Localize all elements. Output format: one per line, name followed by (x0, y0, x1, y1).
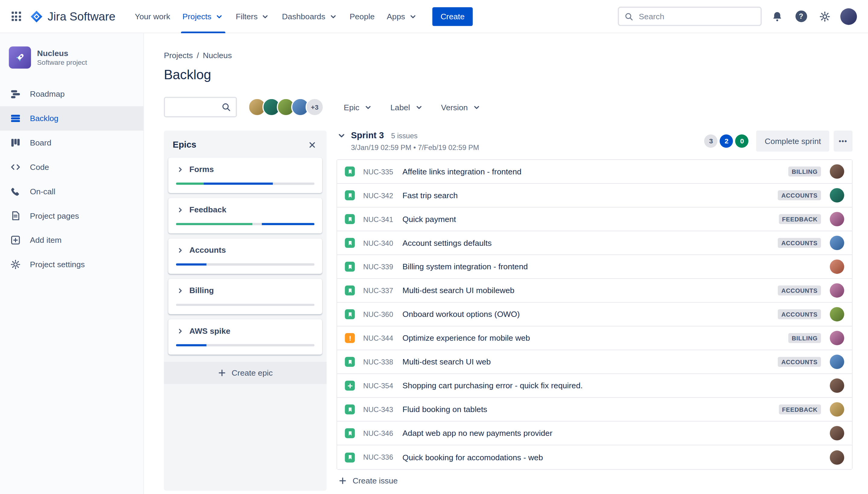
assignee-avatar[interactable] (830, 188, 844, 203)
sidebar-item-code[interactable]: Code (0, 155, 144, 179)
notifications-bell-icon[interactable] (769, 8, 786, 25)
nav-item-projects[interactable]: Projects (176, 0, 230, 33)
nav-item-dashboards[interactable]: Dashboards (276, 0, 343, 33)
create-epic-button[interactable]: Create epic (164, 362, 327, 384)
project-header: Nucleus Software project (0, 44, 144, 82)
plus-icon (218, 368, 227, 377)
sidebar-item-project-pages[interactable]: Project pages (0, 204, 144, 228)
epic-filter-dropdown[interactable]: Epic (338, 98, 378, 116)
epic-card-accounts[interactable]: Accounts (168, 239, 322, 274)
plus-icon (338, 476, 347, 485)
user-profile-avatar[interactable] (840, 8, 857, 25)
epic-label-badge: ACCOUNTS (778, 357, 821, 367)
issue-row[interactable]: NUC-360 Onboard workout options (OWO) AC… (337, 303, 852, 326)
version-filter-dropdown[interactable]: Version (436, 98, 487, 116)
issue-row[interactable]: NUC-354 Shopping cart purchasing error -… (337, 374, 852, 398)
sprint-status-badge: 0 (735, 134, 749, 148)
assignee-avatar[interactable] (830, 235, 844, 250)
epic-label-badge: ACCOUNTS (778, 190, 821, 200)
issue-row[interactable]: NUC-340 Account settings defaults ACCOUN… (337, 231, 852, 255)
sidebar-item-add-item[interactable]: Add item (0, 228, 144, 252)
assignee-avatar[interactable] (830, 283, 844, 298)
nav-item-your-work[interactable]: Your work (129, 0, 176, 33)
create-issue-button[interactable]: Create issue (338, 476, 398, 494)
issue-key: NUC-346 (363, 429, 398, 437)
sprint-header: Sprint 3 5 issues 3/Jan/19 02:59 PM • 7/… (337, 130, 853, 152)
issue-row[interactable]: NUC-337 Multi-dest search UI mobileweb A… (337, 279, 852, 303)
assignee-avatar[interactable] (830, 165, 844, 179)
epic-card-forms[interactable]: Forms (168, 157, 322, 193)
sidebar-item-project-settings[interactable]: Project settings (0, 252, 144, 277)
filter-bar: +3 Epic Label Version (164, 97, 853, 117)
nav-item-apps[interactable]: Apps (381, 0, 423, 33)
assignee-avatar[interactable] (830, 426, 844, 440)
breadcrumb-projects[interactable]: Projects (164, 51, 193, 60)
issue-row[interactable]: NUC-343 Fluid booking on tablets FEEDBAC… (337, 398, 852, 422)
avatar-overflow-badge[interactable]: +3 (306, 98, 324, 116)
backlog-icon (10, 113, 21, 124)
assignee-avatar[interactable] (830, 378, 844, 393)
close-icon[interactable] (307, 139, 318, 151)
label-filter-dropdown[interactable]: Label (385, 98, 429, 116)
chevron-right-icon (176, 286, 184, 295)
issue-row[interactable]: NUC-342 Fast trip search ACCOUNTS (337, 184, 852, 208)
sprint-status-badge: 3 (704, 134, 718, 148)
create-button[interactable]: Create (432, 7, 473, 25)
more-options-button[interactable]: ••• (834, 130, 852, 152)
assignee-avatar[interactable] (830, 307, 844, 321)
complete-sprint-button[interactable]: Complete sprint (756, 130, 829, 152)
issue-key: NUC-340 (363, 239, 398, 247)
issue-row[interactable]: NUC-341 Quick payment FEEDBACK (337, 208, 852, 231)
epic-label-badge: ACCOUNTS (778, 286, 821, 296)
chevron-down-icon (329, 12, 337, 21)
assignee-avatar[interactable] (830, 402, 844, 417)
epics-panel-header: Epics (164, 130, 327, 157)
issue-summary: Shopping cart purchasing error - quick f… (402, 381, 821, 390)
chevron-down-icon (408, 12, 417, 21)
issue-row[interactable]: NUC-346 Adapt web app no new payments pr… (337, 422, 852, 445)
global-search-input[interactable] (638, 12, 755, 21)
jira-logo[interactable]: Jira Software (30, 10, 115, 23)
sidebar-nav: Roadmap Backlog Board Code On-call Proje… (0, 82, 144, 277)
chevron-down-icon[interactable] (337, 130, 347, 140)
top-navbar: Jira Software Your work Projects Filters… (0, 0, 868, 33)
epic-card-aws-spike[interactable]: AWS spike (168, 319, 322, 355)
issue-row[interactable]: NUC-335 Affelite links integration - fro… (337, 160, 852, 184)
nav-item-people[interactable]: People (344, 0, 381, 33)
jira-logo-icon (30, 10, 43, 23)
chevron-right-icon (176, 246, 184, 254)
sidebar-item-backlog[interactable]: Backlog (0, 106, 144, 131)
epic-label-badge: FEEDBACK (779, 214, 821, 224)
epic-card-billing[interactable]: Billing (168, 279, 322, 315)
epic-card-feedback[interactable]: Feedback (168, 198, 322, 234)
add-item-icon (10, 235, 21, 246)
chevron-down-icon (414, 103, 423, 111)
app-switcher-icon[interactable] (8, 8, 24, 25)
sprint-controls: 320 Complete sprint ••• (702, 130, 853, 152)
issue-summary: Adapt web app no new payments provider (402, 429, 821, 437)
issue-type-story-icon (345, 404, 355, 415)
issue-summary: Quick booking for accomodations - web (402, 453, 821, 461)
assignee-avatar[interactable] (830, 259, 844, 274)
global-search[interactable] (618, 7, 762, 26)
assignee-avatar[interactable] (830, 450, 844, 464)
breadcrumb-nucleus[interactable]: Nucleus (203, 51, 232, 60)
assignee-avatar[interactable] (830, 331, 844, 345)
sidebar-item-on-call[interactable]: On-call (0, 179, 144, 204)
nav-item-filters[interactable]: Filters (230, 0, 276, 33)
backlog-search[interactable] (164, 97, 237, 117)
issue-row[interactable]: NUC-338 Multi-dest search UI web ACCOUNT… (337, 350, 852, 374)
issue-row[interactable]: NUC-336 Quick booking for accomodations … (337, 445, 852, 469)
sidebar-item-board[interactable]: Board (0, 130, 144, 155)
breadcrumb: Projects / Nucleus (164, 51, 853, 60)
issue-type-story-icon (345, 286, 355, 296)
epic-label-badge: ACCOUNTS (778, 238, 821, 248)
backlog-search-input[interactable] (171, 102, 222, 112)
settings-gear-icon[interactable] (816, 8, 833, 25)
assignee-avatar[interactable] (830, 212, 844, 226)
issue-row[interactable]: NUC-339 Billing system integration - fro… (337, 255, 852, 279)
assignee-avatar[interactable] (830, 355, 844, 369)
issue-row[interactable]: NUC-344 Optimize experience for mobile w… (337, 326, 852, 350)
help-icon[interactable]: ? (793, 8, 809, 25)
sidebar-item-roadmap[interactable]: Roadmap (0, 82, 144, 106)
